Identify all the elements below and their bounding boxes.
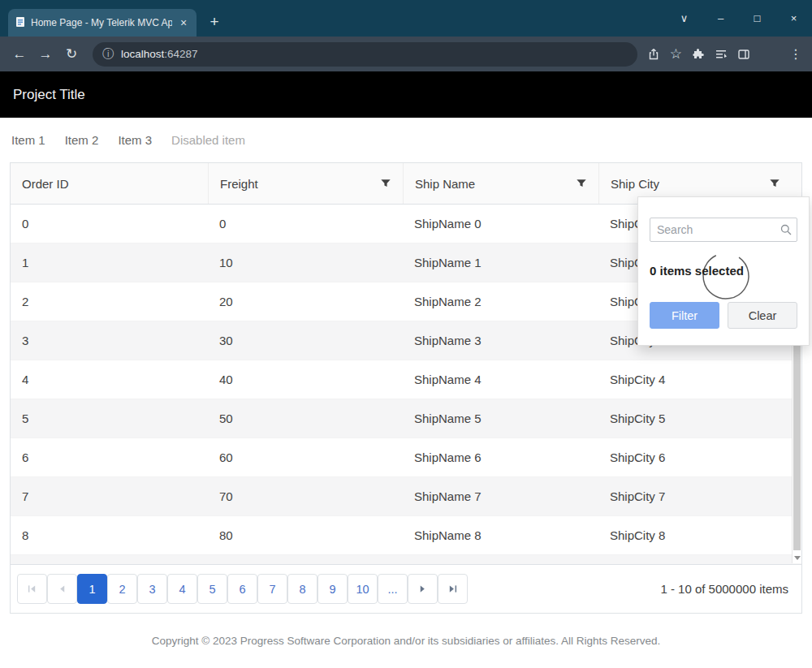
pager-page-1[interactable]: 1	[77, 574, 107, 604]
cell-ship-city: ShipCity 7	[598, 477, 792, 515]
table-row: 5 50 ShipName 5 ShipCity 5	[11, 399, 801, 438]
reload-icon[interactable]: ↻	[60, 43, 83, 66]
share-icon[interactable]	[647, 48, 660, 61]
pager-page-9[interactable]: 9	[317, 574, 348, 604]
chevron-down-icon[interactable]: ∨	[666, 0, 702, 37]
cell-order-id: 1	[11, 243, 208, 282]
cell-order-id: 6	[11, 438, 208, 476]
browser-tab[interactable]: Home Page - My Telerik MVC App ×	[8, 9, 197, 37]
tab-title: Home Page - My Telerik MVC App	[31, 17, 172, 28]
cell-order-id: 7	[11, 477, 208, 515]
menu-item-1[interactable]: Item 1	[11, 133, 45, 147]
table-row: 6 60 ShipName 6 ShipCity 6	[11, 438, 801, 477]
forward-icon[interactable]: →	[34, 43, 57, 66]
pager-more-pages[interactable]: ...	[378, 574, 408, 604]
cell-ship-name: ShipName 7	[403, 477, 598, 515]
column-header-order-id[interactable]: Order ID	[11, 163, 208, 204]
profile-avatar[interactable]	[760, 45, 780, 64]
cell-ship-name: ShipName 2	[403, 282, 598, 321]
site-info-icon[interactable]: ⓘ	[102, 47, 114, 62]
browser-toolbar: ← → ↻ ⓘ localhost :64287 ☆ ⋮	[0, 37, 812, 71]
pager-page-8[interactable]: 8	[287, 574, 317, 604]
filter-funnel-icon[interactable]	[769, 178, 780, 189]
site-header: Project Title	[0, 71, 812, 118]
kebab-menu-icon[interactable]: ⋮	[789, 46, 802, 62]
pager-page-6[interactable]: 6	[227, 574, 257, 604]
close-button[interactable]: ×	[775, 0, 812, 37]
search-input[interactable]	[650, 218, 797, 242]
table-row: 8 80 ShipName 8 ShipCity 8	[11, 516, 801, 555]
footer-copyright: Copyright © 2023 Progress Software Corpo…	[0, 635, 812, 647]
pager-page-2[interactable]: 2	[107, 574, 137, 604]
table-row-partial	[11, 555, 801, 564]
column-header-ship-name[interactable]: Ship Name	[403, 163, 598, 204]
cell-ship-name: ShipName 3	[403, 321, 598, 360]
back-icon[interactable]: ←	[8, 43, 31, 66]
window-controls: ∨ – □ ×	[666, 0, 812, 37]
loading-spinner-icon	[701, 251, 751, 304]
cell-ship-name: ShipName 4	[403, 360, 598, 399]
cell-order-id: 5	[11, 399, 208, 437]
cell-freight: 0	[208, 205, 403, 243]
cell-ship-name: ShipName 8	[403, 516, 598, 554]
maximize-button[interactable]: □	[739, 0, 775, 37]
scrollbar-down-arrow-icon[interactable]	[793, 553, 801, 561]
main-menu: Item 1 Item 2 Item 3 Disabled item	[0, 118, 812, 162]
pager-first-icon	[17, 574, 47, 604]
filter-funnel-icon[interactable]	[380, 178, 391, 189]
pager-page-7[interactable]: 7	[257, 574, 287, 604]
table-row: 4 40 ShipName 4 ShipCity 4	[11, 360, 801, 399]
cell-freight: 80	[208, 516, 403, 554]
cell-order-id: 3	[11, 321, 208, 360]
url-host: localhost	[121, 48, 164, 60]
filter-funnel-icon[interactable]	[576, 178, 587, 189]
cell-freight: 70	[208, 477, 403, 515]
tab-favicon-icon	[15, 16, 26, 30]
column-label: Ship Name	[415, 177, 475, 191]
menu-item-2[interactable]: Item 2	[65, 133, 99, 147]
pager-prev-icon	[47, 574, 77, 604]
side-panel-icon[interactable]	[737, 48, 750, 61]
menu-item-disabled: Disabled item	[171, 133, 245, 147]
new-tab-button[interactable]: +	[203, 11, 226, 33]
filter-popup-buttons: Filter Clear	[650, 302, 797, 329]
minimize-button[interactable]: –	[702, 0, 739, 37]
pager-page-4[interactable]: 4	[167, 574, 197, 604]
page-title: Project Title	[13, 87, 85, 103]
pager-page-10[interactable]: 10	[348, 574, 378, 604]
pager-page-5[interactable]: 5	[197, 574, 227, 604]
extensions-puzzle-icon[interactable]	[692, 48, 705, 61]
bookmark-star-icon[interactable]: ☆	[670, 45, 682, 62]
selection-status: 0 items selected	[650, 264, 797, 278]
column-header-freight[interactable]: Freight	[208, 163, 403, 204]
grid-pager: 1 2 3 4 5 6 7 8 9 10 ... 1 - 10 of 50000…	[11, 564, 801, 613]
cell-order-id: 2	[11, 282, 208, 321]
cell-freight: 50	[208, 399, 403, 437]
pager-page-3[interactable]: 3	[137, 574, 167, 604]
cell-freight: 10	[208, 243, 403, 282]
cell-ship-city: ShipCity 5	[598, 399, 792, 437]
cell-ship-name: ShipName 5	[403, 399, 598, 437]
pager-next-icon[interactable]	[408, 574, 438, 604]
cell-freight: 20	[208, 282, 403, 321]
address-bar[interactable]: ⓘ localhost :64287	[93, 42, 637, 67]
cell-ship-city: ShipCity 6	[598, 438, 792, 476]
cell-ship-name: ShipName 6	[403, 438, 598, 476]
browser-tabstrip: Home Page - My Telerik MVC App × + ∨ – □…	[0, 0, 812, 37]
url-port: :64287	[164, 48, 197, 60]
tab-close-icon[interactable]: ×	[177, 16, 190, 29]
table-row: 7 70 ShipName 7 ShipCity 7	[11, 477, 801, 516]
cell-freight: 30	[208, 321, 403, 360]
cell-order-id: 4	[11, 360, 208, 399]
menu-item-3[interactable]: Item 3	[118, 133, 152, 147]
search-icon	[780, 223, 793, 239]
clear-button[interactable]: Clear	[728, 302, 797, 329]
filter-button[interactable]: Filter	[650, 302, 719, 329]
cell-ship-name: ShipName 1	[403, 243, 598, 282]
pager-last-icon[interactable]	[438, 574, 468, 604]
cell-freight: 40	[208, 360, 403, 399]
cell-ship-name: ShipName 0	[403, 205, 598, 243]
column-label: Ship City	[611, 177, 659, 191]
reading-list-icon[interactable]	[715, 48, 728, 61]
toolbar-actions: ☆ ⋮	[647, 45, 804, 64]
